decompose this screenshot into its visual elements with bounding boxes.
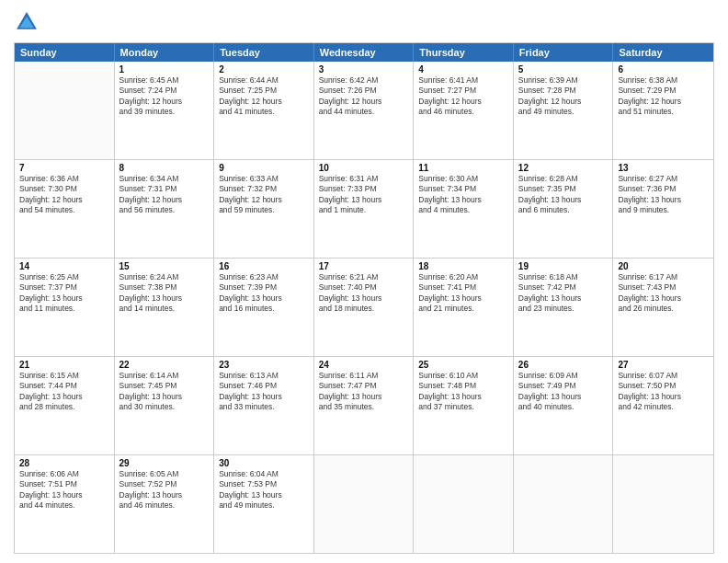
day-number: 5 bbox=[518, 64, 609, 75]
cell-info-line: Daylight: 12 hours bbox=[19, 195, 109, 205]
day-number: 25 bbox=[418, 360, 508, 370]
cell-info-line: Sunset: 7:24 PM bbox=[119, 86, 210, 96]
cell-info-line: and 4 minutes. bbox=[418, 205, 508, 215]
header bbox=[14, 9, 714, 35]
cell-info-line: Sunset: 7:36 PM bbox=[618, 184, 709, 194]
day-header-wednesday: Wednesday bbox=[314, 43, 415, 62]
cell-info-line: Daylight: 12 hours bbox=[518, 97, 609, 107]
cell-info-line: Sunrise: 6:24 AM bbox=[119, 272, 210, 282]
cell-info-line: and 33 minutes. bbox=[219, 402, 309, 412]
cell-info-line: and 49 minutes. bbox=[219, 500, 309, 511]
empty-cell bbox=[613, 455, 713, 553]
cell-info-line: Daylight: 13 hours bbox=[319, 293, 409, 304]
cell-info-line: Sunrise: 6:20 AM bbox=[418, 272, 508, 282]
cell-info-line: Sunset: 7:27 PM bbox=[418, 86, 508, 96]
cell-info-line: and 46 minutes. bbox=[119, 500, 210, 511]
day-number: 18 bbox=[418, 261, 508, 271]
cell-info-line: Daylight: 13 hours bbox=[518, 195, 609, 205]
day-cell-16: 16Sunrise: 6:23 AMSunset: 7:39 PMDayligh… bbox=[214, 259, 314, 356]
day-number: 2 bbox=[219, 64, 309, 75]
day-cell-5: 5Sunrise: 6:39 AMSunset: 7:28 PMDaylight… bbox=[514, 62, 614, 159]
cell-info-line: Sunrise: 6:34 AM bbox=[119, 174, 210, 184]
cell-info-line: Sunset: 7:50 PM bbox=[618, 381, 709, 391]
logo bbox=[14, 9, 43, 35]
day-cell-25: 25Sunrise: 6:10 AMSunset: 7:48 PMDayligh… bbox=[414, 357, 514, 454]
cell-info-line: Sunset: 7:30 PM bbox=[19, 184, 109, 194]
cell-info-line: and 54 minutes. bbox=[19, 205, 109, 215]
cell-info-line: Daylight: 12 hours bbox=[418, 97, 508, 107]
day-cell-26: 26Sunrise: 6:09 AMSunset: 7:49 PMDayligh… bbox=[514, 357, 614, 454]
cell-info-line: Sunrise: 6:21 AM bbox=[319, 272, 409, 282]
cell-info-line: and 42 minutes. bbox=[618, 402, 709, 412]
day-number: 20 bbox=[618, 261, 709, 271]
cell-info-line: Daylight: 13 hours bbox=[19, 490, 109, 500]
cell-info-line: and 14 minutes. bbox=[119, 304, 210, 314]
cell-info-line: Sunset: 7:45 PM bbox=[119, 381, 210, 391]
day-cell-18: 18Sunrise: 6:20 AMSunset: 7:41 PMDayligh… bbox=[414, 259, 514, 356]
day-number: 22 bbox=[119, 360, 210, 370]
cell-info-line: and 35 minutes. bbox=[319, 402, 409, 412]
cell-info-line: Sunrise: 6:11 AM bbox=[319, 371, 409, 381]
day-header-thursday: Thursday bbox=[414, 43, 514, 62]
empty-cell bbox=[514, 455, 614, 553]
cell-info-line: Daylight: 13 hours bbox=[518, 392, 609, 402]
day-cell-19: 19Sunrise: 6:18 AMSunset: 7:42 PMDayligh… bbox=[514, 259, 614, 356]
cell-info-line: Daylight: 13 hours bbox=[418, 293, 508, 304]
page: SundayMondayTuesdayWednesdayThursdayFrid… bbox=[0, 0, 728, 563]
cell-info-line: Sunrise: 6:14 AM bbox=[119, 371, 210, 381]
day-number: 13 bbox=[618, 163, 709, 173]
day-cell-6: 6Sunrise: 6:38 AMSunset: 7:29 PMDaylight… bbox=[613, 62, 713, 159]
calendar: SundayMondayTuesdayWednesdayThursdayFrid… bbox=[14, 42, 714, 554]
cell-info-line: Sunrise: 6:30 AM bbox=[418, 174, 508, 184]
cell-info-line: and 51 minutes. bbox=[618, 107, 709, 117]
day-cell-24: 24Sunrise: 6:11 AMSunset: 7:47 PMDayligh… bbox=[314, 357, 415, 454]
cell-info-line: Daylight: 13 hours bbox=[19, 392, 109, 402]
cell-info-line: Daylight: 12 hours bbox=[219, 195, 309, 205]
cell-info-line: Sunset: 7:46 PM bbox=[219, 381, 309, 391]
empty-cell bbox=[314, 455, 415, 553]
day-cell-27: 27Sunrise: 6:07 AMSunset: 7:50 PMDayligh… bbox=[613, 357, 713, 454]
cell-info-line: Daylight: 13 hours bbox=[319, 392, 409, 402]
cell-info-line: Sunrise: 6:04 AM bbox=[219, 469, 309, 479]
day-number: 14 bbox=[19, 261, 109, 271]
day-cell-20: 20Sunrise: 6:17 AMSunset: 7:43 PMDayligh… bbox=[613, 259, 713, 356]
cell-info-line: Sunrise: 6:09 AM bbox=[518, 371, 609, 381]
day-cell-13: 13Sunrise: 6:27 AMSunset: 7:36 PMDayligh… bbox=[613, 160, 713, 258]
cell-info-line: Sunset: 7:40 PM bbox=[319, 282, 409, 293]
day-cell-14: 14Sunrise: 6:25 AMSunset: 7:37 PMDayligh… bbox=[15, 259, 115, 356]
day-number: 16 bbox=[219, 261, 309, 271]
cell-info-line: and 39 minutes. bbox=[119, 107, 210, 117]
cell-info-line: and 23 minutes. bbox=[518, 304, 609, 314]
cell-info-line: Daylight: 13 hours bbox=[418, 195, 508, 205]
cell-info-line: Sunset: 7:43 PM bbox=[618, 282, 709, 293]
cell-info-line: Sunrise: 6:23 AM bbox=[219, 272, 309, 282]
cell-info-line: and 1 minute. bbox=[319, 205, 409, 215]
cell-info-line: Sunrise: 6:17 AM bbox=[618, 272, 709, 282]
cell-info-line: Daylight: 13 hours bbox=[518, 293, 609, 304]
cell-info-line: and 59 minutes. bbox=[219, 205, 309, 215]
cell-info-line: and 16 minutes. bbox=[219, 304, 309, 314]
cell-info-line: and 11 minutes. bbox=[19, 304, 109, 314]
cell-info-line: Daylight: 13 hours bbox=[319, 195, 409, 205]
day-number: 29 bbox=[119, 458, 210, 468]
cell-info-line: and 41 minutes. bbox=[219, 107, 309, 117]
cell-info-line: Daylight: 13 hours bbox=[219, 293, 309, 304]
cell-info-line: Sunrise: 6:36 AM bbox=[19, 174, 109, 184]
cell-info-line: and 21 minutes. bbox=[418, 304, 508, 314]
calendar-body: 1Sunrise: 6:45 AMSunset: 7:24 PMDaylight… bbox=[15, 62, 713, 553]
cell-info-line: Sunset: 7:29 PM bbox=[618, 86, 709, 96]
cell-info-line: Sunrise: 6:15 AM bbox=[19, 371, 109, 381]
cell-info-line: Sunrise: 6:45 AM bbox=[119, 75, 210, 86]
day-cell-8: 8Sunrise: 6:34 AMSunset: 7:31 PMDaylight… bbox=[115, 160, 215, 258]
cell-info-line: Daylight: 13 hours bbox=[618, 293, 709, 304]
cell-info-line: Sunset: 7:32 PM bbox=[219, 184, 309, 194]
cell-info-line: Sunset: 7:25 PM bbox=[219, 86, 309, 96]
day-number: 12 bbox=[518, 163, 609, 173]
cell-info-line: and 18 minutes. bbox=[319, 304, 409, 314]
cell-info-line: and 9 minutes. bbox=[618, 205, 709, 215]
day-cell-21: 21Sunrise: 6:15 AMSunset: 7:44 PMDayligh… bbox=[15, 357, 115, 454]
cell-info-line: Sunset: 7:49 PM bbox=[518, 381, 609, 391]
day-number: 28 bbox=[19, 458, 109, 468]
day-number: 24 bbox=[319, 360, 409, 370]
day-number: 11 bbox=[418, 163, 508, 173]
